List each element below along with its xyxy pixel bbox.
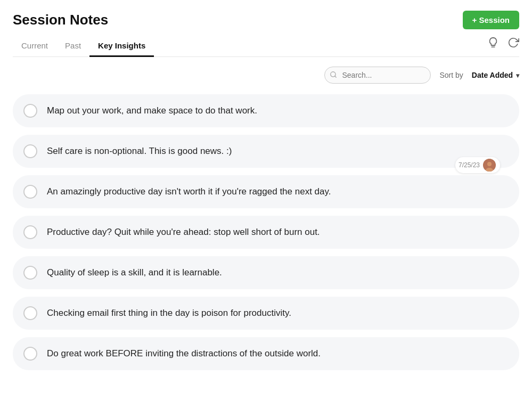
- app-container: Session Notes + Session Current Past Key…: [0, 0, 532, 383]
- search-icon: [330, 71, 337, 80]
- sort-chevron-icon: ▾: [516, 72, 519, 79]
- lightbulb-icon-button[interactable]: [487, 37, 499, 51]
- refresh-icon-button[interactable]: [508, 37, 519, 51]
- insight-item: Productive day? Quit while you're ahead:…: [13, 216, 519, 249]
- insight-checkbox[interactable]: [23, 144, 37, 158]
- svg-line-1: [335, 76, 337, 77]
- insight-checkbox[interactable]: [23, 266, 37, 280]
- tab-key-insights[interactable]: Key Insights: [89, 36, 154, 57]
- app-title: Session Notes: [13, 12, 108, 28]
- insights-list: Map out your work, and make space to do …: [13, 94, 519, 370]
- search-input-wrap: [324, 67, 431, 84]
- insight-item: Checking email first thing in the day is…: [13, 297, 519, 330]
- search-input[interactable]: [324, 67, 431, 84]
- tab-current[interactable]: Current: [13, 36, 56, 57]
- insight-checkbox[interactable]: [23, 225, 37, 239]
- tab-past[interactable]: Past: [56, 36, 89, 57]
- insight-checkbox[interactable]: [23, 306, 37, 320]
- add-session-button[interactable]: + Session: [463, 11, 519, 29]
- lightbulb-icon: [487, 37, 499, 51]
- sort-value[interactable]: Date Added ▾: [472, 71, 519, 79]
- insight-text: An amazingly productive day isn't worth …: [47, 185, 331, 198]
- insight-checkbox[interactable]: [23, 104, 37, 118]
- insight-text: Self care is non-optional. This is good …: [47, 145, 232, 158]
- insight-text: Map out your work, and make space to do …: [47, 104, 257, 117]
- insight-meta: 7/25/23: [455, 157, 500, 173]
- svg-point-3: [487, 162, 492, 166]
- avatar: [483, 159, 496, 172]
- insight-item: An amazingly productive day isn't worth …: [13, 175, 519, 208]
- sort-value-text: Date Added: [472, 71, 513, 79]
- insight-item: Quality of sleep is a skill, and it is l…: [13, 256, 519, 289]
- insight-checkbox[interactable]: [23, 347, 37, 361]
- insight-item: Do great work BEFORE inviting the distra…: [13, 337, 519, 370]
- insight-item: Map out your work, and make space to do …: [13, 94, 519, 127]
- insight-checkbox[interactable]: [23, 185, 37, 199]
- insight-text: Checking email first thing in the day is…: [47, 307, 291, 320]
- insight-text: Do great work BEFORE inviting the distra…: [47, 347, 321, 360]
- insight-text: Quality of sleep is a skill, and it is l…: [47, 266, 222, 279]
- insight-date: 7/25/23: [459, 161, 480, 169]
- tabs-row: Current Past Key Insights: [13, 36, 519, 57]
- insight-text: Productive day? Quit while you're ahead:…: [47, 226, 320, 239]
- insight-item: Self care is non-optional. This is good …: [13, 135, 519, 168]
- sort-by-label: Sort by: [439, 71, 463, 79]
- toolbar-row: Sort by Date Added ▾: [13, 57, 519, 89]
- tab-icons: [487, 37, 519, 55]
- refresh-icon: [508, 37, 519, 51]
- header-row: Session Notes + Session: [13, 11, 519, 29]
